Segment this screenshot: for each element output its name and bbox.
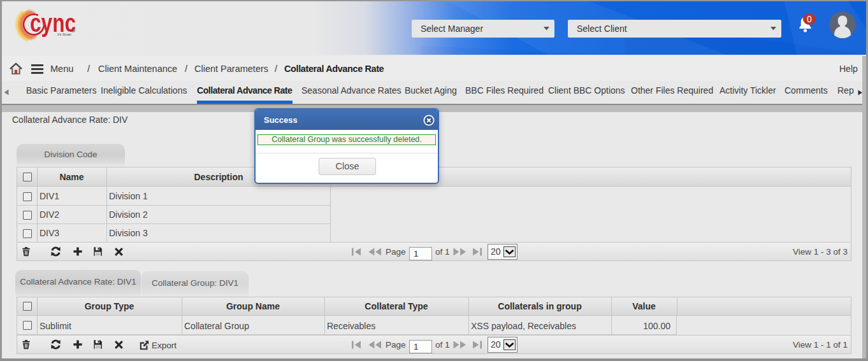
svg-text:It's Smart: It's Smart (57, 32, 71, 36)
svg-text:R: R (72, 29, 74, 32)
